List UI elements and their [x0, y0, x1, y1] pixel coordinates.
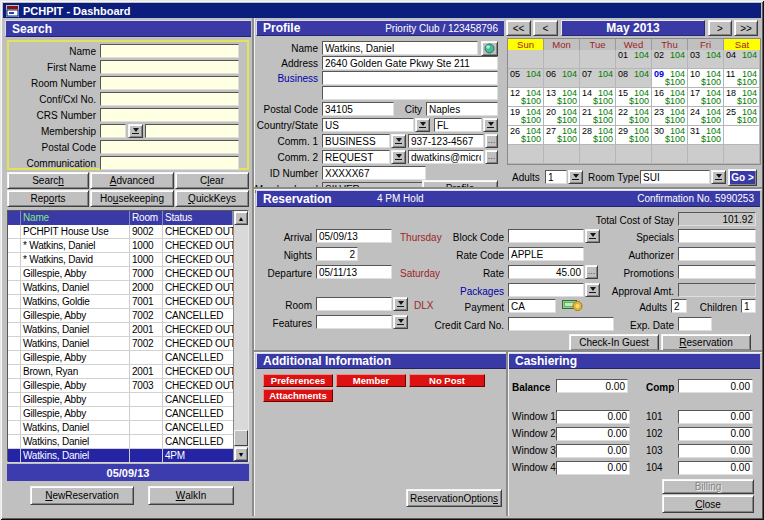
room-column-header[interactable]: Room: [130, 211, 163, 225]
table-row[interactable]: Watkins, Daniel2001CHECKED OUT: [8, 323, 248, 337]
calendar-day-cell[interactable]: 05104: [508, 69, 544, 88]
calendar-day-cell[interactable]: 14104$100: [580, 88, 616, 107]
status-column-header[interactable]: Status: [163, 211, 233, 225]
comm1-more-button[interactable]: …: [485, 134, 498, 148]
calendar-day-cell[interactable]: [544, 145, 580, 164]
calendar-adults-input[interactable]: [545, 170, 567, 184]
calendar-day-cell[interactable]: 15104$100: [616, 88, 652, 107]
nights-input[interactable]: [316, 247, 358, 261]
specials-input[interactable]: [678, 229, 756, 243]
country-dropdown-button[interactable]: [415, 118, 430, 132]
membership-dropdown-button[interactable]: [128, 124, 143, 138]
calendar-room-type-dropdown[interactable]: [711, 170, 726, 184]
new-reservation-button[interactable]: New Reservation: [30, 486, 134, 505]
calendar-room-type-input[interactable]: [640, 170, 710, 184]
table-row[interactable]: Watkins, DanielCANCELLED: [8, 435, 248, 449]
search-membership-input[interactable]: [145, 124, 239, 138]
departure-input[interactable]: [316, 265, 392, 279]
payment-input[interactable]: [508, 299, 556, 313]
housekeeping-button[interactable]: Housekeeping: [90, 190, 174, 207]
calendar-day-cell[interactable]: 01104: [616, 50, 652, 69]
calendar-day-cell[interactable]: 17104$100: [688, 88, 724, 107]
quick-keys-button[interactable]: Quick Keys: [175, 190, 249, 207]
table-row[interactable]: Watkins, Daniel4PM: [8, 449, 248, 463]
calendar-day-cell[interactable]: [508, 145, 544, 164]
profile-postal-input[interactable]: [322, 102, 394, 116]
calendar-day-cell[interactable]: 31104$100: [688, 126, 724, 145]
table-row[interactable]: Watkins, Daniel2000CHECKED OUT: [8, 281, 248, 295]
calendar-day-cell[interactable]: [724, 145, 760, 164]
search-name-input[interactable]: [100, 44, 239, 58]
walk-in-button[interactable]: Walk In: [148, 486, 234, 505]
exp-date-input[interactable]: [678, 317, 712, 331]
comm2-type-input[interactable]: [322, 150, 390, 164]
member-tag-button[interactable]: Member: [336, 374, 406, 387]
children-input[interactable]: [741, 299, 756, 313]
calendar-day-cell[interactable]: 20104$100: [544, 107, 580, 126]
features-input[interactable]: [316, 315, 392, 329]
calendar-day-cell[interactable]: 02104: [652, 50, 688, 69]
profile-country-input[interactable]: [322, 118, 414, 132]
profile-id-input[interactable]: [322, 166, 426, 180]
calendar-day-cell[interactable]: 22104$100: [616, 107, 652, 126]
name-column-header[interactable]: Name: [21, 211, 130, 225]
table-row[interactable]: PCHPIT House Use9002CHECKED OUT: [8, 225, 248, 239]
clear-button[interactable]: Clear: [175, 172, 249, 189]
search-crs-input[interactable]: [100, 108, 239, 122]
close-button[interactable]: Close: [662, 495, 754, 513]
advanced-button[interactable]: Advanced: [90, 172, 174, 189]
search-button[interactable]: Search: [7, 172, 89, 189]
scroll-up-button[interactable]: ▲: [234, 211, 248, 225]
calendar-day-cell[interactable]: [580, 145, 616, 164]
table-row[interactable]: Gillespie, Abby7000CHECKED OUT: [8, 267, 248, 281]
authorizer-input[interactable]: [678, 247, 756, 261]
profile-business-input-2[interactable]: [322, 86, 498, 100]
profile-city-input[interactable]: [426, 102, 498, 116]
comm1-type-input[interactable]: [322, 134, 390, 148]
calendar-day-cell[interactable]: 28104$100: [580, 126, 616, 145]
search-membership-code-input[interactable]: [100, 124, 126, 138]
no-post-tag-button[interactable]: No Post: [409, 374, 485, 387]
calendar-day-cell[interactable]: [616, 145, 652, 164]
calendar-day-cell[interactable]: [652, 145, 688, 164]
preferences-tag-button[interactable]: Preferences: [263, 374, 333, 387]
calendar-prev-year-button[interactable]: <<: [506, 20, 531, 36]
calendar-day-cell[interactable]: 13104$100: [544, 88, 580, 107]
calendar-day-cell[interactable]: 30104$100: [652, 126, 688, 145]
calendar-day-cell[interactable]: 27104$100: [544, 126, 580, 145]
search-communication-input[interactable]: [100, 156, 239, 170]
calendar-day-cell[interactable]: [544, 50, 580, 69]
calendar-day-cell[interactable]: 23104$100: [652, 107, 688, 126]
calendar-next-month-button[interactable]: >: [708, 20, 732, 36]
calendar-day-cell[interactable]: 24104$100: [688, 107, 724, 126]
profile-state-input[interactable]: [434, 118, 482, 132]
calendar-day-cell[interactable]: 18104$100: [724, 88, 760, 107]
profile-business-input-1[interactable]: [322, 71, 498, 85]
table-row[interactable]: * Watkins, David1000CHECKED OUT: [8, 253, 248, 267]
attachments-tag-button[interactable]: Attachments: [263, 389, 333, 402]
search-first-name-input[interactable]: [100, 60, 239, 74]
scrollbar-thumb[interactable]: [234, 430, 248, 446]
calendar-day-cell[interactable]: 25104$100: [724, 107, 760, 126]
scroll-down-button[interactable]: ▼: [234, 447, 248, 461]
table-row[interactable]: * Watkins, Daniel1000CHECKED OUT: [8, 239, 248, 253]
search-conf-input[interactable]: [100, 92, 239, 106]
calendar-day-cell[interactable]: 16104$100: [652, 88, 688, 107]
comm2-dropdown-button[interactable]: [391, 150, 406, 164]
calendar-day-cell[interactable]: 08104: [616, 69, 652, 88]
room-input[interactable]: [316, 297, 392, 311]
calendar-adults-dropdown[interactable]: [568, 170, 583, 184]
table-row[interactable]: Gillespie, Abby7002CANCELLED: [8, 309, 248, 323]
table-row[interactable]: Gillespie, AbbyCANCELLED: [8, 407, 248, 421]
calendar-day-cell[interactable]: 03104: [688, 50, 724, 69]
profile-name-input[interactable]: [322, 41, 478, 55]
table-row[interactable]: Gillespie, Abby7003CHECKED OUT: [8, 379, 248, 393]
comm1-dropdown-button[interactable]: [391, 134, 406, 148]
calendar-day-cell[interactable]: [508, 50, 544, 69]
calendar-day-cell[interactable]: 11104$100: [724, 69, 760, 88]
calendar-day-cell[interactable]: 04104: [724, 50, 760, 69]
state-dropdown-button[interactable]: [483, 118, 498, 132]
table-row[interactable]: Watkins, Goldie7001CHECKED OUT: [8, 295, 248, 309]
calendar-prev-month-button[interactable]: <: [533, 20, 558, 36]
calendar-day-cell[interactable]: 21104$100: [580, 107, 616, 126]
